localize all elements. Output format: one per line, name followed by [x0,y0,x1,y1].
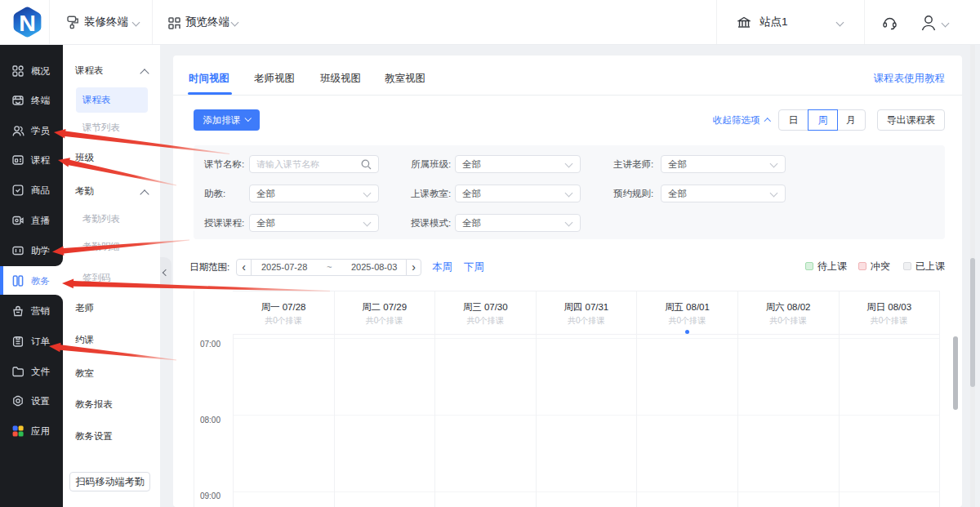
svg-text:N: N [19,10,36,36]
